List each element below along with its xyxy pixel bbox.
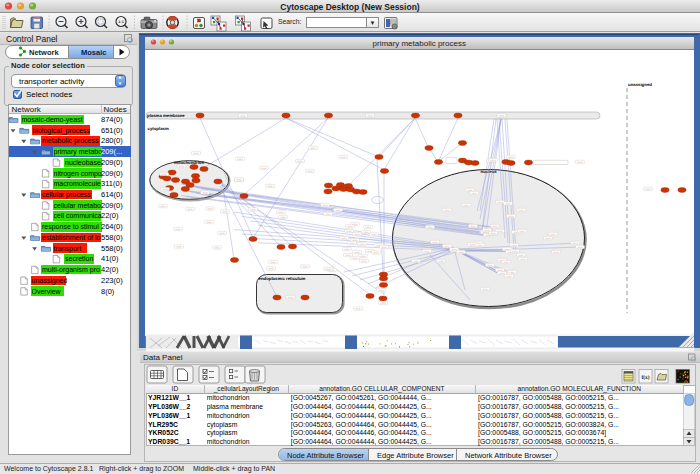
svg-text:cytoplasm: cytoplasm [148,126,169,131]
svg-text:f(x): f(x) [641,375,649,381]
svg-text:1:1: 1:1 [118,20,124,24]
svg-text:unassigned: unassigned [628,82,652,87]
svg-text:endoplasmic reticulum: endoplasmic reticulum [259,277,306,282]
svg-text:plasma membrane: plasma membrane [147,113,185,118]
